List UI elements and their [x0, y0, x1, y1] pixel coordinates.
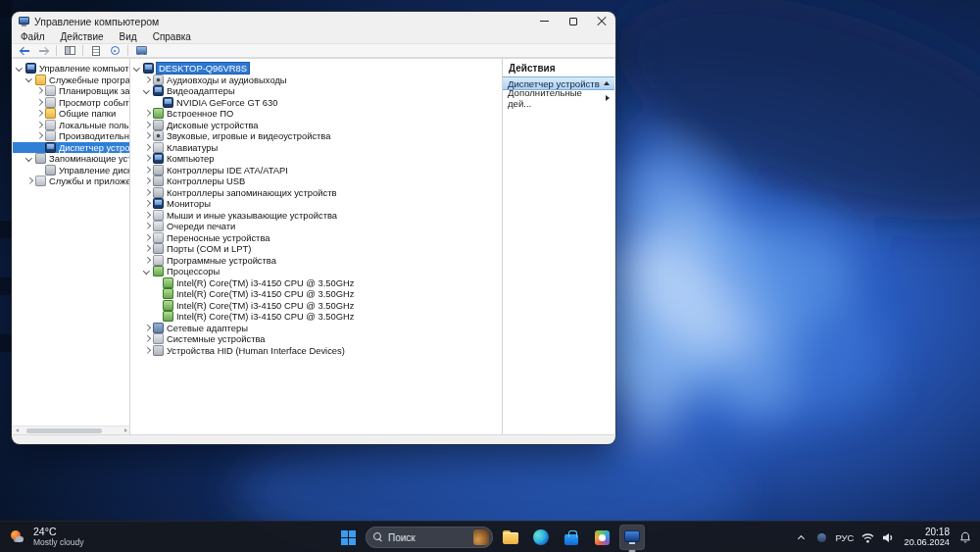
- tree-item[interactable]: Сетевые адаптеры: [130, 323, 502, 334]
- tree-item[interactable]: Диспетчер устройств: [13, 142, 129, 154]
- show-tree-button[interactable]: [62, 44, 77, 57]
- tree-item[interactable]: Контроллеры USB: [130, 176, 502, 187]
- tree-item[interactable]: Аудиовходы и аудиовыходы: [130, 75, 502, 86]
- tree-item[interactable]: Процессоры: [130, 266, 502, 277]
- help-button[interactable]: [107, 44, 122, 57]
- tree-chevron-icon[interactable]: [34, 143, 43, 152]
- tree-chevron-icon[interactable]: [142, 267, 151, 276]
- window-titlebar[interactable]: Управление компьютером: [12, 12, 615, 30]
- tree-item[interactable]: NVIDIA GeForce GT 630: [130, 97, 502, 109]
- tree-chevron-icon[interactable]: [24, 75, 33, 84]
- notifications-button[interactable]: [956, 526, 974, 549]
- tree-chevron-icon[interactable]: [142, 324, 151, 332]
- tree-chevron-icon[interactable]: [142, 86, 151, 95]
- close-button[interactable]: [587, 12, 615, 30]
- weather-widget[interactable]: 24°C Mostly cloudy: [10, 522, 84, 552]
- tray-app-button[interactable]: [812, 526, 830, 549]
- tree-chevron-icon[interactable]: [142, 143, 151, 152]
- tree-item[interactable]: Порты (COM и LPT): [130, 243, 502, 255]
- tree-item[interactable]: DESKTOP-Q96VR8S: [130, 63, 502, 75]
- tree-chevron-icon[interactable]: [24, 154, 33, 163]
- menu-item-help[interactable]: Справка: [153, 31, 191, 42]
- taskbar-computer-management[interactable]: [619, 525, 645, 550]
- tree-item[interactable]: Контроллеры запоминающих устройств: [130, 187, 502, 199]
- tree-item[interactable]: Службы и приложения: [13, 176, 129, 187]
- tree-chevron-icon[interactable]: [152, 98, 161, 107]
- tree-item[interactable]: Управление дисками: [13, 165, 129, 176]
- tree-item[interactable]: Intel(R) Core(TM) i3-4150 CPU @ 3.50GHz: [130, 288, 502, 300]
- tree-item[interactable]: Мониторы: [130, 198, 502, 210]
- tree-item[interactable]: Программные устройства: [130, 255, 502, 267]
- tree-chevron-icon[interactable]: [142, 109, 151, 118]
- tree-chevron-icon[interactable]: [142, 166, 151, 175]
- tree-chevron-icon[interactable]: [34, 98, 43, 107]
- tree-chevron-icon[interactable]: [132, 64, 141, 73]
- start-button[interactable]: [335, 525, 361, 550]
- tree-chevron-icon[interactable]: [142, 188, 151, 197]
- desktop-icon[interactable]: [0, 221, 12, 238]
- tree-chevron-icon[interactable]: [142, 199, 151, 208]
- menu-item-view[interactable]: Вид: [120, 31, 137, 42]
- tree-item[interactable]: Мыши и иные указывающие устройства: [130, 210, 502, 222]
- tree-item[interactable]: Устройства HID (Human Interface Devices): [130, 345, 502, 357]
- tree-chevron-icon[interactable]: [142, 346, 151, 355]
- tree-chevron-icon[interactable]: [34, 131, 43, 140]
- tree-chevron-icon[interactable]: [34, 109, 43, 118]
- taskbar-edge[interactable]: [528, 525, 554, 550]
- volume-button[interactable]: [879, 526, 897, 549]
- tree-item[interactable]: Управление компьютером (л: [13, 63, 129, 75]
- tree-item[interactable]: Intel(R) Core(TM) i3-4150 CPU @ 3.50GHz: [130, 311, 502, 323]
- taskbar-explorer[interactable]: [498, 525, 523, 550]
- tree-chevron-icon[interactable]: [142, 244, 151, 253]
- scan-button[interactable]: [133, 44, 149, 57]
- tree-chevron-icon[interactable]: [15, 64, 24, 73]
- collapse-icon[interactable]: [604, 81, 610, 85]
- hidden-icons-button[interactable]: [792, 526, 809, 549]
- tree-chevron-icon[interactable]: [34, 86, 43, 95]
- tree-item[interactable]: Встроенное ПО: [130, 108, 502, 120]
- tree-chevron-icon[interactable]: [142, 233, 151, 242]
- taskbar-store[interactable]: [559, 525, 584, 550]
- menu-item-file[interactable]: Файл: [21, 31, 45, 42]
- tree-item[interactable]: Intel(R) Core(TM) i3-4150 CPU @ 3.50GHz: [130, 277, 502, 289]
- tree-item[interactable]: Звуковые, игровые и видеоустройства: [130, 130, 502, 142]
- tree-chevron-icon[interactable]: [34, 121, 43, 129]
- tree-chevron-icon[interactable]: [152, 289, 161, 298]
- tree-chevron-icon[interactable]: [152, 278, 161, 287]
- tree-item[interactable]: Служебные программы: [13, 75, 129, 86]
- maximize-button[interactable]: [559, 12, 587, 30]
- tree-item[interactable]: Видеоадаптеры: [130, 85, 502, 97]
- language-indicator[interactable]: РУС: [833, 526, 856, 549]
- clock[interactable]: 20:18 20.06.2024: [900, 527, 954, 548]
- back-button[interactable]: [17, 44, 32, 57]
- tree-item[interactable]: Переносные устройства: [130, 232, 502, 244]
- tree-item[interactable]: Локальные пользовате: [13, 120, 129, 131]
- scroll-left-button[interactable]: [13, 427, 22, 434]
- tree-chevron-icon[interactable]: [152, 312, 161, 321]
- tree-chevron-icon[interactable]: [152, 301, 161, 310]
- tree-item[interactable]: Компьютер: [130, 153, 502, 165]
- tree-chevron-icon[interactable]: [142, 256, 151, 265]
- scroll-right-button[interactable]: [121, 427, 129, 434]
- taskbar-photos[interactable]: [589, 525, 614, 550]
- tree-item[interactable]: Производительность: [13, 130, 129, 142]
- tree-chevron-icon[interactable]: [142, 121, 151, 129]
- tree-chevron-icon[interactable]: [24, 176, 33, 185]
- taskbar-search[interactable]: Поиск: [366, 527, 493, 548]
- tree-chevron-icon[interactable]: [142, 176, 151, 185]
- tree-item[interactable]: Клавиатуры: [130, 142, 502, 154]
- export-button[interactable]: [88, 44, 104, 57]
- actions-more-item[interactable]: Дополнительные дей...: [503, 90, 614, 106]
- desktop-icon[interactable]: [0, 334, 12, 352]
- tree-item[interactable]: Контроллеры IDE ATA/ATAPI: [130, 165, 502, 176]
- tree-chevron-icon[interactable]: [142, 334, 151, 343]
- horizontal-scrollbar[interactable]: [13, 426, 129, 434]
- tree-item[interactable]: Intel(R) Core(TM) i3-4150 CPU @ 3.50GHz: [130, 300, 502, 312]
- tree-item[interactable]: Общие папки: [13, 108, 129, 120]
- tree-chevron-icon[interactable]: [142, 75, 151, 84]
- minimize-button[interactable]: [530, 12, 559, 30]
- menu-item-action[interactable]: Действие: [61, 31, 104, 42]
- network-button[interactable]: [858, 526, 876, 549]
- tree-item[interactable]: Дисковые устройства: [130, 120, 502, 131]
- tree-chevron-icon[interactable]: [142, 222, 151, 230]
